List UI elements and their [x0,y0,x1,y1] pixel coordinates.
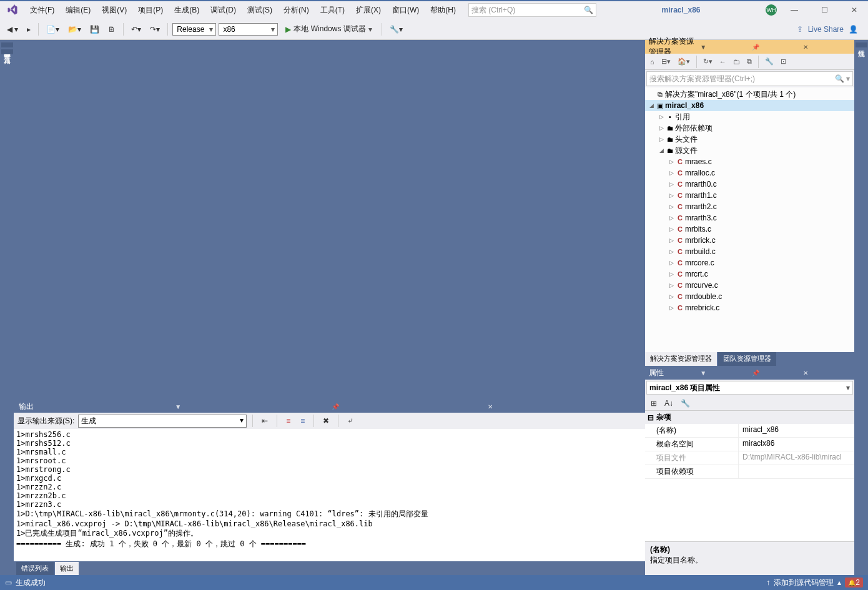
tab-output[interactable]: 输出 [55,562,79,575]
output-panel-title[interactable]: 输出 ▼ 📌 ✕ [14,400,645,413]
minimize-button[interactable]: — [782,1,807,19]
sync-icon[interactable]: 🏠▾ [675,56,693,67]
menu-tools[interactable]: 工具(T) [315,2,350,18]
chevron-down-icon[interactable]: ▼ [175,403,327,410]
close-icon[interactable]: ✕ [803,370,851,376]
tab-solution-explorer[interactable]: 解决方案资源管理器 [645,352,717,366]
expand-icon[interactable]: ▷ [668,159,675,165]
property-row-namespace[interactable]: 根命名空间 miraclx86 [645,438,854,451]
alphabetical-icon[interactable]: A↓ [661,397,676,410]
solution-tree[interactable]: ⧉解决方案"miracl_x86"(1 个项目/共 1 个)◢▣miracl_x… [645,87,854,352]
tree-item[interactable]: ▷Cmrdouble.c [645,291,854,302]
tree-item[interactable]: ▷Cmrarth3.c [645,212,854,224]
redo-button[interactable]: ↷▾ [147,23,163,36]
wrench-icon[interactable]: 🔧 [678,397,693,410]
indent-right-button[interactable]: ≡ [297,415,308,427]
tree-item[interactable]: ▷Cmrebrick.c [645,302,854,313]
save-button[interactable]: 💾 [87,23,102,36]
solution-explorer-title[interactable]: 解决方案资源管理器 ▼ 📌 ✕ [645,40,854,54]
expand-icon[interactable]: ▷ [668,170,675,176]
undo-button[interactable]: ↶▾ [128,23,144,36]
menu-edit[interactable]: 编辑(E) [61,2,96,18]
categorized-icon[interactable]: ⊞ [648,397,660,410]
menu-build[interactable]: 生成(B) [169,2,204,18]
solution-platform-dropdown[interactable]: x86 [219,23,278,36]
expand-icon[interactable]: ▷ [668,248,675,255]
pin-icon[interactable]: 📌 [332,403,484,410]
tree-item[interactable]: ▷Cmrbrick.c [645,235,854,246]
menu-analyze[interactable]: 分析(N) [279,2,314,18]
menu-debug[interactable]: 调试(D) [205,2,241,18]
expand-icon[interactable]: ▷ [668,226,675,232]
save-all-button[interactable]: 🗎 [105,23,119,36]
expand-icon[interactable]: ◢ [658,147,665,154]
expand-icon[interactable]: ◢ [648,102,655,109]
chevron-down-icon[interactable]: ▼ [700,44,747,51]
tab-error-list[interactable]: 错误列表 [16,562,54,575]
tree-item[interactable]: ⧉解决方案"miracl_x86"(1 个项目/共 1 个) [645,89,854,100]
pin-icon[interactable]: 📌 [752,44,799,51]
property-row-name[interactable]: (名称) miracl_x86 [645,424,854,438]
back-icon[interactable]: ← [717,57,729,67]
close-button[interactable]: ✕ [842,1,867,19]
chevron-up-icon[interactable]: ▴ [837,578,841,587]
close-icon[interactable]: ✕ [803,44,851,51]
menu-help[interactable]: 帮助(H) [425,2,461,18]
menu-view[interactable]: 视图(V) [97,2,132,18]
user-avatar[interactable]: WH [766,4,777,16]
solution-search-input[interactable]: 搜索解决方案资源管理器(Ctrl+;) 🔍 ▾ [646,71,853,86]
tree-item[interactable]: ▷Cmrarth2.c [645,201,854,212]
expand-icon[interactable]: ▷ [668,260,675,266]
output-source-dropdown[interactable]: 生成 [78,415,247,428]
feedback-icon[interactable]: 👤 [849,25,858,34]
menu-extensions[interactable]: 扩展(X) [351,2,386,18]
property-row-deps[interactable]: 项目依赖项 [645,465,854,479]
tab-server-explorer[interactable]: 服务器资源管理器 [1,42,13,47]
tree-item[interactable]: ▷🖿头文件 [645,134,854,145]
show-all-icon[interactable]: 🗀 [731,57,742,67]
tree-item[interactable]: ▷Cmrcurve.c [645,280,854,291]
prop-value[interactable]: miracl_x86 [739,424,854,437]
expand-icon[interactable]: ▷ [668,271,675,277]
nav-back-button[interactable]: ◀ ▾ [4,23,21,36]
start-debug-button[interactable]: ▶ 本地 Windows 调试器 ▾ [280,22,377,36]
expand-icon[interactable]: ▷ [668,237,675,243]
toolbar-ext-button[interactable]: 🔧▾ [387,23,406,36]
expand-icon[interactable]: ▷ [668,204,675,210]
prop-value[interactable]: miraclx86 [739,438,854,451]
expand-icon[interactable]: ▷ [658,114,665,120]
tree-item[interactable]: ▷🖿外部依赖项 [645,122,854,134]
tree-item[interactable]: ◢🖿源文件 [645,145,854,156]
tree-item[interactable]: ▷Cmrarth0.c [645,179,854,190]
tree-item[interactable]: ▷Cmrcore.c [645,257,854,268]
indent-left-button[interactable]: ≡ [283,415,293,427]
menu-project[interactable]: 项目(P) [133,2,168,18]
expand-icon[interactable]: ▷ [668,305,675,311]
preview-icon[interactable]: ⊡ [778,56,789,67]
close-icon[interactable]: ✕ [488,403,640,410]
clear-all-button[interactable]: ✖ [320,415,332,427]
goto-prev-button[interactable]: ⇤ [259,415,271,427]
notifications-button[interactable]: 🔔2 [845,578,863,588]
tree-item[interactable]: ▷Cmrbits.c [645,224,854,235]
global-search-input[interactable]: 搜索 (Ctrl+Q) 🔍 [468,3,596,17]
expand-icon[interactable]: ▷ [668,293,675,300]
menu-window[interactable]: 窗口(W) [387,2,424,18]
maximize-button[interactable]: ☐ [812,1,837,19]
expand-icon[interactable]: ▷ [658,136,665,142]
chevron-down-icon[interactable]: ▼ [700,370,747,376]
expand-icon[interactable]: ▷ [658,125,665,131]
expand-icon[interactable]: ▷ [668,192,675,199]
pin-icon[interactable]: 📌 [752,370,799,376]
tab-toolbox[interactable]: 工具箱 [1,49,13,54]
nav-fwd-button[interactable]: ▸ [24,23,34,36]
tab-team-explorer[interactable]: 团队资源管理器 [718,352,776,366]
tab-properties[interactable]: 属性 [856,42,867,47]
tree-item[interactable]: ▷Cmrbuild.c [645,246,854,257]
properties-title[interactable]: 属性 ▼ 📌 ✕ [645,366,854,380]
prop-value[interactable] [739,465,854,478]
tree-item[interactable]: ▷Cmrarth1.c [645,190,854,201]
expand-icon[interactable]: ▷ [668,181,675,187]
property-category[interactable]: ⊟杂项 [645,411,854,424]
expand-icon[interactable]: ▷ [668,282,675,288]
